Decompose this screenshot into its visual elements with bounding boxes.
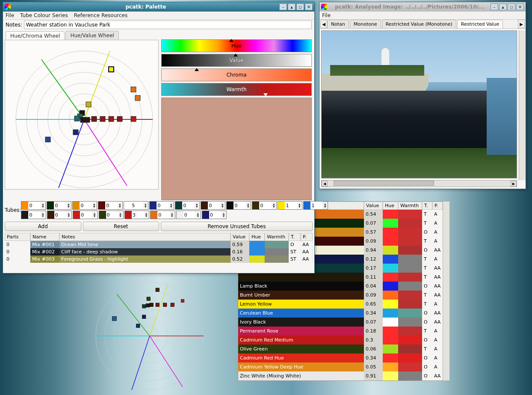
spinner-arrows-icon[interactable]: ▲▼ (143, 202, 148, 209)
tube-spinner[interactable]: ▲▼ (226, 201, 251, 210)
image-hscrollbar[interactable]: ◀ ▶ (321, 180, 517, 187)
notes-input[interactable] (24, 21, 312, 29)
tube-spinner[interactable]: ▲▼ (47, 211, 72, 219)
spinner-arrows-icon[interactable]: ▲▼ (66, 211, 71, 219)
maximize-button[interactable]: ▫ (296, 3, 304, 10)
mix-head-value[interactable]: Value (231, 233, 249, 241)
pt-head-p[interactable]: P. (432, 202, 443, 210)
tube-value[interactable] (28, 202, 40, 209)
tube-spinner[interactable]: ▲▼ (278, 201, 302, 210)
spinner-arrows-icon[interactable]: ▲▼ (245, 202, 251, 209)
paint-row[interactable]: 0.11 TAA (238, 273, 443, 282)
colour-wheel[interactable] (5, 40, 159, 190)
tube-spinner[interactable]: ▲▼ (201, 201, 225, 210)
tab-nav-left[interactable]: ◀ (320, 20, 327, 28)
tube-value[interactable] (132, 211, 144, 219)
paint-row[interactable]: Burnt Umber 0.09 TAA (238, 291, 443, 300)
pt-head-warmth[interactable]: Warmth (398, 202, 422, 210)
spinner-arrows-icon[interactable]: ▲▼ (117, 202, 122, 209)
spinner-arrows-icon[interactable]: ▲▼ (271, 202, 276, 209)
tube-spinner[interactable]: ▲▼ (47, 201, 71, 210)
paint-row[interactable]: Zinc White (Mixing White) 0.91 OAA (238, 371, 443, 380)
tube-value[interactable] (285, 202, 297, 209)
tube-value[interactable] (208, 202, 220, 209)
spinner-arrows-icon[interactable]: ▲▼ (322, 202, 328, 209)
tube-value[interactable] (209, 211, 221, 219)
spinner-arrows-icon[interactable]: ▲▼ (169, 211, 174, 219)
tube-spinner[interactable]: ▲▼ (149, 201, 174, 210)
mix-head-t[interactable]: T. (289, 233, 301, 241)
tube-spinner[interactable]: ▲▼ (21, 201, 46, 210)
tab-nav-right[interactable]: ▶ (518, 20, 525, 28)
maximize-up-button[interactable]: ▴ (499, 3, 507, 10)
mix-head-parts[interactable]: Parts (5, 233, 30, 241)
pt-head-value[interactable]: Value (364, 202, 383, 210)
spinner-arrows-icon[interactable]: ▲▼ (195, 211, 201, 219)
menu-tube-colour-series[interactable]: Tube Colour Series (20, 12, 68, 18)
paint-row[interactable]: Cadmium Red Hue 0.34 OA (238, 353, 443, 362)
tube-value[interactable] (105, 202, 117, 209)
tube-spinner[interactable]: ▲▼ (124, 211, 149, 219)
tube-value[interactable] (233, 202, 245, 209)
maximize-up-button[interactable]: ▴ (288, 3, 296, 10)
chroma-slider[interactable]: Chroma (161, 68, 312, 81)
spinner-arrows-icon[interactable]: ▲▼ (144, 211, 149, 219)
mix-row[interactable]: 0 Mix #001 Ocean Mid tone 0.59 OAA (5, 241, 313, 248)
tab-restricted-monotone[interactable]: Restricted Value (Monotone) (382, 20, 456, 28)
hue-slider[interactable]: Hue (161, 39, 312, 52)
mix-head-hue[interactable]: Hue (249, 233, 265, 241)
tube-value[interactable] (80, 211, 92, 219)
analysed-menu-file[interactable]: File (322, 12, 331, 18)
tube-value[interactable] (54, 202, 66, 209)
mix-row[interactable]: 0 Mix #002 Cliff face - deep shadow 0.16… (5, 248, 313, 255)
scrollbar-thumb[interactable] (334, 181, 434, 186)
close-button[interactable]: ✕ (305, 3, 313, 10)
tube-spinner[interactable]: ▲▼ (176, 211, 201, 219)
tube-spinner[interactable]: ▲▼ (175, 201, 200, 210)
spinner-arrows-icon[interactable]: ▲▼ (168, 202, 174, 209)
image-vscrollbar[interactable] (519, 30, 526, 180)
reset-button[interactable]: Reset (83, 222, 160, 231)
spinner-arrows-icon[interactable]: ▲▼ (220, 202, 225, 209)
tube-value[interactable] (131, 202, 143, 209)
spinner-arrows-icon[interactable]: ▲▼ (221, 211, 226, 219)
spinner-arrows-icon[interactable]: ▲▼ (40, 211, 45, 219)
spinner-arrows-icon[interactable]: ▲▼ (118, 211, 123, 219)
tab-restricted-value[interactable]: Restricted Value (457, 20, 503, 28)
tube-spinner[interactable]: ▲▼ (72, 201, 97, 210)
paint-row[interactable]: Cadmium Yellow Deep Hue 0.05 OA (238, 362, 443, 371)
mix-head-p[interactable]: P. (301, 233, 313, 241)
paint-row[interactable]: Olive Green 0.06 TA (238, 345, 443, 353)
tube-value[interactable] (157, 202, 168, 209)
tube-value[interactable] (182, 202, 194, 209)
warmth-slider[interactable]: Warmth (161, 83, 312, 96)
titlebar-analysed[interactable]: pcatk: Analysed Image: ../../../../Pictu… (319, 2, 526, 12)
tube-spinner[interactable]: ▲▼ (252, 201, 277, 210)
tube-value[interactable] (183, 211, 195, 219)
analysed-image[interactable] (321, 30, 517, 178)
tube-spinner[interactable]: ▲▼ (73, 211, 98, 219)
paint-row[interactable]: Cadmium Red Medium 0.3 OA (238, 336, 443, 345)
mix-head-notes[interactable]: Notes (59, 233, 231, 241)
tube-value[interactable] (157, 211, 169, 219)
tube-spinner[interactable]: ▲▼ (98, 201, 123, 210)
pt-head-t[interactable]: T. (422, 202, 432, 210)
paint-row[interactable]: Cerulean Blue 0.34 OAA (238, 309, 443, 318)
paint-row[interactable]: Lamp Black 0.04 OAA (238, 282, 443, 291)
tab-hue-chroma[interactable]: Hue/Chroma Wheel (6, 31, 65, 40)
spinner-arrows-icon[interactable]: ▲▼ (92, 211, 97, 219)
close-button[interactable]: ✕ (516, 3, 524, 10)
tab-hue-value[interactable]: Hue/Value Wheel (65, 31, 118, 40)
tube-value[interactable] (28, 211, 40, 219)
tube-spinner[interactable]: ▲▼ (202, 211, 227, 219)
pt-head-hue[interactable]: Hue (383, 202, 398, 210)
menu-reference-resources[interactable]: Reference Resources (74, 12, 128, 18)
spinner-arrows-icon[interactable]: ▲▼ (40, 202, 45, 209)
paint-table-scrollbar[interactable] (443, 202, 449, 380)
spinner-arrows-icon[interactable]: ▲▼ (92, 202, 97, 209)
minimize-button[interactable]: – (279, 3, 287, 10)
value-slider[interactable]: Value (161, 54, 312, 67)
tab-monotone[interactable]: Monotone (350, 20, 381, 28)
paint-row[interactable]: Lemon Yellow 0.65 TA (238, 300, 443, 309)
tab-notan[interactable]: Notan (327, 20, 349, 28)
